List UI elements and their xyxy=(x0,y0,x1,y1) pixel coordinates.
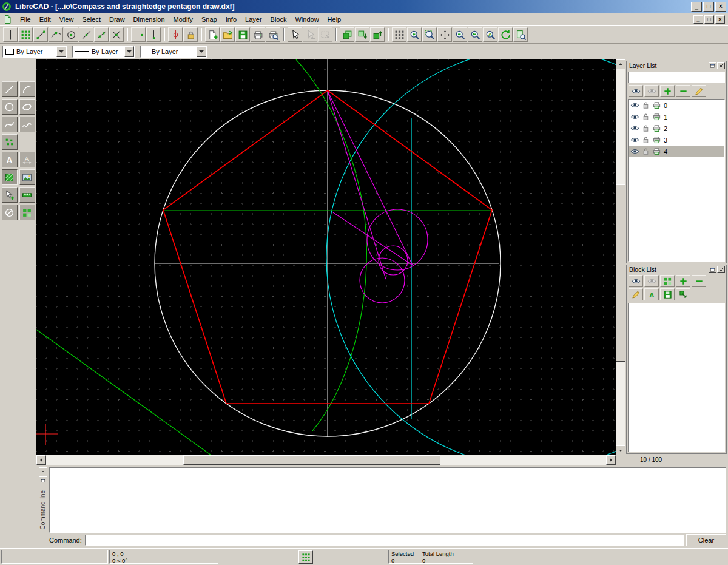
save-block-button[interactable] xyxy=(660,288,675,300)
menu-help[interactable]: Help xyxy=(323,14,346,25)
draw-text-button[interactable]: A xyxy=(2,152,18,167)
menu-file[interactable]: File xyxy=(16,14,35,25)
grid-toggle-button[interactable] xyxy=(392,27,406,42)
scroll-left-button[interactable] xyxy=(36,455,46,465)
layer-lock-icon[interactable] xyxy=(641,124,650,134)
pen-linetype-combo[interactable]: By Layer xyxy=(72,46,135,58)
layer-row-3[interactable]: 3 xyxy=(629,134,724,146)
construction-circle-cyan[interactable] xyxy=(326,59,616,455)
show-all-blocks-button[interactable] xyxy=(629,275,643,287)
snap-grid-button[interactable] xyxy=(18,27,33,42)
snap-middle-button[interactable] xyxy=(79,27,93,42)
draw-dimension-button[interactable]: A xyxy=(19,152,35,167)
command-history[interactable] xyxy=(49,467,726,533)
snap-free-button[interactable] xyxy=(3,27,18,42)
command-panel-close-button[interactable] xyxy=(39,467,47,475)
draw-image-button[interactable] xyxy=(19,169,35,185)
layer-panel-float-button[interactable] xyxy=(709,62,716,69)
open-drawing-button[interactable] xyxy=(220,27,235,42)
layer-print-icon[interactable] xyxy=(652,147,661,157)
restrict-vertical-button[interactable] xyxy=(146,27,161,42)
layer-lock-icon[interactable] xyxy=(641,112,650,122)
layer-lock-icon[interactable] xyxy=(641,135,650,145)
lock-relative-zero-button[interactable] xyxy=(183,27,198,42)
layer-lock-icon[interactable] xyxy=(641,147,650,157)
remove-block-button[interactable] xyxy=(692,275,706,287)
construction-line-magenta-2[interactable] xyxy=(328,91,386,279)
block-panel-close-button[interactable] xyxy=(717,266,725,273)
draw-hatch-button[interactable] xyxy=(2,169,18,185)
attributes-block-button[interactable]: A xyxy=(644,288,659,300)
layer-visibility-icon[interactable] xyxy=(630,135,639,145)
new-drawing-button[interactable] xyxy=(205,27,220,42)
layer-print-icon[interactable] xyxy=(652,112,661,122)
order-lower-button[interactable] xyxy=(355,27,369,42)
modify-button[interactable] xyxy=(2,187,18,203)
zoom-auto-button[interactable]: A xyxy=(483,27,497,42)
construction-line-magenta-1[interactable] xyxy=(328,91,413,265)
menu-snap[interactable]: Snap xyxy=(197,14,221,25)
menu-window[interactable]: Window xyxy=(291,14,323,25)
pen-color-combo[interactable]: By Layer xyxy=(2,46,67,58)
redraw-button[interactable] xyxy=(498,27,513,42)
layer-lock-icon[interactable] xyxy=(641,101,650,110)
close-button[interactable]: × xyxy=(715,2,726,12)
scroll-up-button[interactable] xyxy=(616,59,625,69)
set-relative-zero-button[interactable] xyxy=(168,27,183,42)
layer-filter-input[interactable] xyxy=(628,72,725,83)
snap-indicator-button[interactable] xyxy=(298,550,313,564)
zoom-in-button[interactable] xyxy=(407,27,422,42)
save-drawing-button[interactable] xyxy=(235,27,250,42)
draw-line-button[interactable] xyxy=(2,81,18,97)
menu-layer[interactable]: Layer xyxy=(241,14,266,25)
print-button[interactable] xyxy=(251,27,265,42)
layer-visibility-icon[interactable] xyxy=(630,101,639,110)
construction-arc-green[interactable] xyxy=(296,59,366,431)
restore-button[interactable]: □ xyxy=(703,2,714,12)
zoom-pan-button[interactable] xyxy=(437,27,452,42)
edit-block-button[interactable] xyxy=(629,288,643,300)
pen-width-combo[interactable]: By Layer xyxy=(140,46,207,58)
menu-view[interactable]: View xyxy=(55,14,78,25)
zoom-entity-button[interactable] xyxy=(513,27,528,42)
scroll-down-button[interactable] xyxy=(616,445,625,455)
order-bottom-button[interactable] xyxy=(340,27,354,42)
layer-print-icon[interactable] xyxy=(652,135,661,145)
layer-row-4[interactable]: 4 xyxy=(629,146,724,157)
snap-on-entity-button[interactable] xyxy=(49,27,63,42)
edit-layer-button[interactable] xyxy=(692,85,706,97)
draw-arc-button[interactable] xyxy=(19,81,35,97)
layer-panel-close-button[interactable] xyxy=(717,62,725,69)
menu-edit[interactable]: Edit xyxy=(35,14,55,25)
restrict-horizontal-button[interactable] xyxy=(131,27,146,42)
vertical-scroll-thumb[interactable] xyxy=(616,184,625,362)
block-tools-button[interactable] xyxy=(19,205,35,220)
menu-block[interactable]: Block xyxy=(266,14,291,25)
menu-modify[interactable]: Modify xyxy=(169,14,197,25)
insert-block-button[interactable] xyxy=(676,288,690,300)
layer-row-2[interactable]: 2 xyxy=(629,123,724,134)
vertical-scrollbar[interactable] xyxy=(616,59,625,455)
draw-point-button[interactable] xyxy=(2,134,18,150)
drawing-canvas[interactable] xyxy=(36,59,616,455)
show-all-layers-button[interactable] xyxy=(629,85,643,97)
layer-visibility-icon[interactable] xyxy=(630,124,639,134)
deselect-all-button[interactable] xyxy=(303,27,317,42)
layer-print-icon[interactable] xyxy=(652,101,661,110)
remove-layer-button[interactable] xyxy=(676,85,690,97)
layer-row-0[interactable]: 0 xyxy=(629,100,724,111)
snap-center-button[interactable] xyxy=(64,27,78,42)
select-pointer-button[interactable] xyxy=(288,27,302,42)
dropdown-arrow-icon[interactable] xyxy=(124,46,134,57)
draw-circle-button[interactable] xyxy=(2,99,18,115)
layer-print-icon[interactable] xyxy=(652,124,661,134)
horizontal-scrollbar[interactable] xyxy=(36,455,616,465)
dropdown-arrow-icon[interactable] xyxy=(197,46,206,57)
block-panel-float-button[interactable] xyxy=(709,266,716,273)
mdi-minimize-button[interactable]: _ xyxy=(693,15,703,24)
scroll-right-button[interactable] xyxy=(606,455,616,465)
order-raise-button[interactable] xyxy=(370,27,385,42)
explode-button[interactable] xyxy=(2,205,18,220)
construction-circle-magenta-1[interactable] xyxy=(367,209,428,270)
menu-info[interactable]: Info xyxy=(221,14,241,25)
